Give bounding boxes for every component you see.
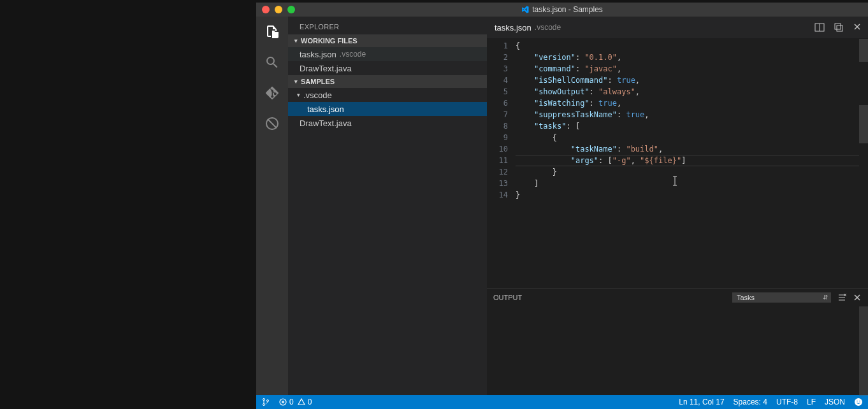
window-controls: [256, 6, 295, 13]
more-actions-icon[interactable]: [834, 22, 844, 32]
svg-point-24: [855, 398, 862, 406]
svg-point-20: [267, 400, 269, 402]
tab-bar: tasks.json .vscode: [487, 17, 868, 39]
vscode-icon: [521, 6, 529, 13]
clear-output-icon[interactable]: [837, 293, 846, 302]
encoding-status[interactable]: UTF-8: [776, 398, 798, 406]
split-editor-icon[interactable]: [814, 22, 825, 32]
status-bar: 0 0 Ln 11, Col 17 Spaces: 4 UTF-8 LF JSO…: [256, 395, 868, 409]
line-number-gutter: 1234567891011121314: [487, 39, 516, 288]
feedback-icon[interactable]: [854, 398, 863, 406]
output-channel-value: Tasks: [737, 294, 755, 301]
titlebar-title: tasks.json - Samples: [256, 5, 868, 14]
tab-path: .vscode: [535, 23, 561, 32]
tab-filename: tasks.json: [495, 23, 532, 32]
text-cursor: [672, 175, 672, 185]
errors-status[interactable]: 0: [279, 398, 294, 406]
working-file-item[interactable]: DrawText.java: [288, 61, 487, 75]
close-panel-icon[interactable]: [853, 293, 862, 302]
svg-line-1: [268, 119, 277, 128]
svg-point-26: [859, 401, 860, 402]
folder-tree: ▾ .vscode tasks.json DrawText.java: [288, 88, 487, 130]
git-branch-status[interactable]: [261, 398, 270, 406]
file-name: tasks.json: [300, 50, 336, 59]
scrollbar-thumb[interactable]: [859, 39, 868, 62]
editor-column: tasks.json .vscode 1234567: [487, 17, 868, 395]
working-files-tree: tasks.json .vscode DrawText.java: [288, 47, 487, 75]
panel-title: OUTPUT: [493, 294, 522, 301]
panel-header: OUTPUT Tasks: [487, 289, 868, 306]
debug-icon[interactable]: [263, 115, 281, 133]
main-row: EXPLORER ▾ WORKING FILES tasks.json .vsc…: [256, 17, 868, 395]
tab-actions: [814, 22, 868, 32]
cursor-position-status[interactable]: Ln 11, Col 17: [679, 398, 724, 406]
explorer-sidebar: EXPLORER ▾ WORKING FILES tasks.json .vsc…: [288, 17, 487, 395]
output-panel: OUTPUT Tasks: [487, 288, 868, 395]
search-icon[interactable]: [263, 54, 281, 71]
window-title-text: tasks.json - Samples: [532, 5, 603, 14]
explorer-icon[interactable]: [263, 23, 281, 41]
code-editor[interactable]: 1234567891011121314 { "version": "0.1.0"…: [487, 39, 868, 288]
language-status[interactable]: JSON: [825, 398, 845, 406]
code-content[interactable]: { "version": "0.1.0", "command": "javac"…: [516, 39, 686, 288]
svg-point-19: [263, 404, 265, 406]
git-icon[interactable]: [263, 84, 281, 102]
close-window-button[interactable]: [262, 6, 270, 13]
folder-header[interactable]: ▾ SAMPLES: [288, 75, 487, 88]
close-editor-icon[interactable]: [853, 22, 862, 32]
panel-actions: [837, 293, 862, 302]
svg-rect-4: [835, 24, 841, 29]
file-item[interactable]: tasks.json: [288, 102, 487, 116]
vscode-window: tasks.json - Samples EXPLORER ▾ WORKING …: [256, 3, 868, 409]
file-path: .vscode: [340, 50, 366, 59]
svg-point-18: [263, 399, 265, 401]
titlebar: tasks.json - Samples: [256, 3, 868, 17]
folder-label: SAMPLES: [301, 78, 335, 85]
sidebar-title: EXPLORER: [288, 17, 487, 34]
file-name: tasks.json: [307, 104, 344, 114]
svg-rect-5: [837, 25, 843, 31]
working-files-label: WORKING FILES: [301, 37, 358, 45]
indentation-status[interactable]: Spaces: 4: [734, 398, 767, 406]
file-name: DrawText.java: [300, 64, 352, 73]
output-body[interactable]: [487, 306, 868, 395]
svg-point-25: [857, 401, 858, 402]
file-item[interactable]: DrawText.java: [288, 116, 487, 130]
warnings-status[interactable]: 0: [298, 398, 312, 406]
editor-tab[interactable]: tasks.json .vscode: [487, 17, 568, 38]
maximize-window-button[interactable]: [287, 6, 295, 13]
minimize-window-button[interactable]: [275, 6, 282, 13]
folder-item[interactable]: ▾ .vscode: [288, 88, 487, 102]
overview-ruler-marker: [859, 105, 868, 143]
chevron-down-icon: ▾: [292, 38, 300, 44]
output-channel-select[interactable]: Tasks: [732, 292, 831, 303]
chevron-down-icon: ▾: [294, 92, 302, 98]
eol-status[interactable]: LF: [807, 398, 816, 406]
working-file-item[interactable]: tasks.json .vscode: [288, 47, 487, 61]
working-files-header[interactable]: ▾ WORKING FILES: [288, 34, 487, 47]
folder-name: .vscode: [303, 90, 332, 100]
activity-bar: [256, 17, 288, 395]
output-scrollbar-thumb[interactable]: [859, 306, 868, 396]
file-name: DrawText.java: [300, 118, 352, 128]
chevron-down-icon: ▾: [292, 78, 300, 85]
